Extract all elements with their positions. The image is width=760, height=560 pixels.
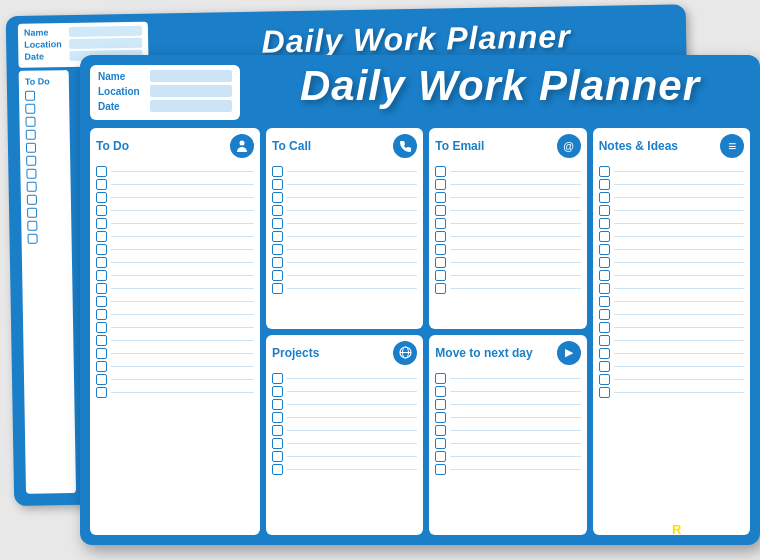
front-date-input[interactable] bbox=[150, 100, 232, 112]
todo-checkbox[interactable] bbox=[96, 270, 107, 281]
todo-item bbox=[96, 179, 254, 190]
projects-checkbox[interactable] bbox=[272, 425, 283, 436]
email-checkbox[interactable] bbox=[435, 192, 446, 203]
notes-checkbox[interactable] bbox=[599, 166, 610, 177]
projects-checkbox[interactable] bbox=[272, 412, 283, 423]
todo-checkbox[interactable] bbox=[96, 361, 107, 372]
projects-checkbox[interactable] bbox=[272, 451, 283, 462]
call-item bbox=[272, 179, 417, 190]
todo-checkbox[interactable] bbox=[96, 335, 107, 346]
todo-checkbox[interactable] bbox=[96, 309, 107, 320]
todo-checkbox[interactable] bbox=[96, 218, 107, 229]
notes-checkbox[interactable] bbox=[599, 283, 610, 294]
call-item bbox=[272, 270, 417, 281]
call-checkbox[interactable] bbox=[272, 218, 283, 229]
todo-checkbox[interactable] bbox=[96, 166, 107, 177]
todo-item bbox=[96, 348, 254, 359]
move-checkbox[interactable] bbox=[435, 425, 446, 436]
back-sidebar: To Do bbox=[19, 70, 76, 494]
notes-item bbox=[599, 244, 744, 255]
projects-item bbox=[272, 386, 417, 397]
front-fields: Name Location Date bbox=[90, 65, 240, 120]
todo-checkbox[interactable] bbox=[96, 348, 107, 359]
todo-checkbox[interactable] bbox=[96, 283, 107, 294]
move-checkbox[interactable] bbox=[435, 412, 446, 423]
todo-item bbox=[96, 335, 254, 346]
notes-checkbox[interactable] bbox=[599, 257, 610, 268]
todo-checkbox[interactable] bbox=[96, 387, 107, 398]
projects-item bbox=[272, 399, 417, 410]
notes-checkbox[interactable] bbox=[599, 179, 610, 190]
call-checkbox[interactable] bbox=[272, 270, 283, 281]
front-location-input[interactable] bbox=[150, 85, 232, 97]
notes-checkbox[interactable] bbox=[599, 374, 610, 385]
notes-checkbox[interactable] bbox=[599, 270, 610, 281]
projects-checkbox[interactable] bbox=[272, 438, 283, 449]
todo-title: To Do bbox=[96, 139, 129, 153]
call-checkbox[interactable] bbox=[272, 179, 283, 190]
todo-checkbox[interactable] bbox=[96, 374, 107, 385]
email-checkbox[interactable] bbox=[435, 257, 446, 268]
email-checkbox[interactable] bbox=[435, 283, 446, 294]
notes-checkbox[interactable] bbox=[599, 322, 610, 333]
email-checkbox[interactable] bbox=[435, 179, 446, 190]
move-checkbox[interactable] bbox=[435, 386, 446, 397]
move-checkbox[interactable] bbox=[435, 438, 446, 449]
move-section: Move to next day ▶ bbox=[429, 335, 586, 536]
call-checkbox[interactable] bbox=[272, 231, 283, 242]
call-checkbox[interactable] bbox=[272, 166, 283, 177]
move-checkbox[interactable] bbox=[435, 399, 446, 410]
right-area: To Call bbox=[266, 128, 750, 535]
notes-item bbox=[599, 322, 744, 333]
call-item bbox=[272, 166, 417, 177]
todo-checkbox[interactable] bbox=[96, 322, 107, 333]
todo-checkbox[interactable] bbox=[96, 257, 107, 268]
call-icon bbox=[393, 134, 417, 158]
notes-checkbox[interactable] bbox=[599, 335, 610, 346]
notes-checkbox[interactable] bbox=[599, 296, 610, 307]
todo-item bbox=[96, 166, 254, 177]
todo-checkbox[interactable] bbox=[96, 231, 107, 242]
call-checkbox[interactable] bbox=[272, 205, 283, 216]
call-checkbox[interactable] bbox=[272, 192, 283, 203]
notes-checkbox[interactable] bbox=[599, 361, 610, 372]
todo-checkbox[interactable] bbox=[96, 296, 107, 307]
notes-checkbox[interactable] bbox=[599, 192, 610, 203]
back-todo-label: To Do bbox=[25, 76, 63, 87]
email-checkbox[interactable] bbox=[435, 205, 446, 216]
email-checkbox[interactable] bbox=[435, 270, 446, 281]
notes-checkbox[interactable] bbox=[599, 387, 610, 398]
call-checkbox[interactable] bbox=[272, 244, 283, 255]
front-name-input[interactable] bbox=[150, 70, 232, 82]
move-checkbox[interactable] bbox=[435, 451, 446, 462]
email-checkbox[interactable] bbox=[435, 231, 446, 242]
notes-checkbox[interactable] bbox=[599, 348, 610, 359]
todo-section: To Do bbox=[90, 128, 260, 535]
back-name-input bbox=[69, 26, 142, 37]
notes-icon: ≡ bbox=[720, 134, 744, 158]
email-checkbox[interactable] bbox=[435, 166, 446, 177]
todo-item bbox=[96, 283, 254, 294]
notes-checkbox[interactable] bbox=[599, 244, 610, 255]
move-checkbox[interactable] bbox=[435, 373, 446, 384]
email-checkbox[interactable] bbox=[435, 218, 446, 229]
projects-checkbox[interactable] bbox=[272, 399, 283, 410]
todo-checkbox[interactable] bbox=[96, 179, 107, 190]
todo-list bbox=[96, 166, 254, 529]
projects-checkbox[interactable] bbox=[272, 373, 283, 384]
email-checkbox[interactable] bbox=[435, 244, 446, 255]
notes-checkbox[interactable] bbox=[599, 231, 610, 242]
projects-checkbox[interactable] bbox=[272, 464, 283, 475]
call-checkbox[interactable] bbox=[272, 257, 283, 268]
todo-checkbox[interactable] bbox=[96, 205, 107, 216]
notes-checkbox[interactable] bbox=[599, 218, 610, 229]
call-checkbox[interactable] bbox=[272, 283, 283, 294]
todo-checkbox[interactable] bbox=[96, 244, 107, 255]
projects-checkbox[interactable] bbox=[272, 386, 283, 397]
notes-checkbox[interactable] bbox=[599, 309, 610, 320]
email-item bbox=[435, 205, 580, 216]
todo-checkbox[interactable] bbox=[96, 192, 107, 203]
move-checkbox[interactable] bbox=[435, 464, 446, 475]
notes-checkbox[interactable] bbox=[599, 205, 610, 216]
back-cb-5 bbox=[26, 143, 36, 153]
